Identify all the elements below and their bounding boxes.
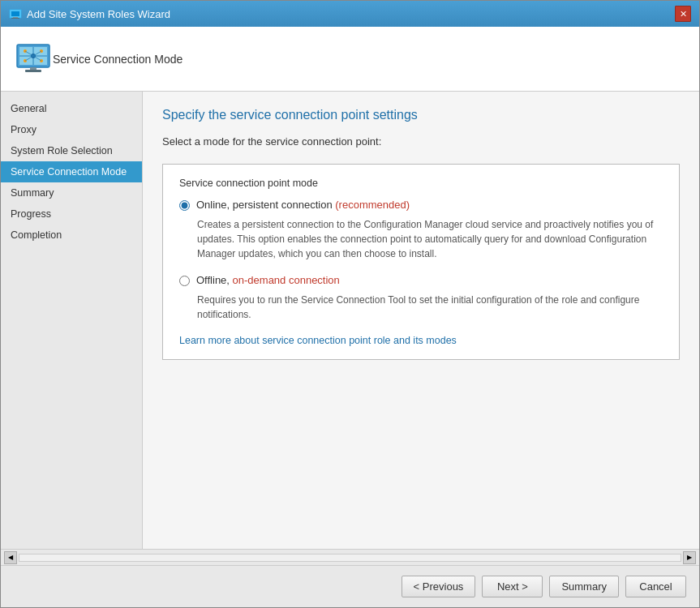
next-button[interactable]: Next >	[482, 576, 543, 597]
sidebar-item-summary[interactable]: Summary	[1, 182, 142, 203]
online-description: Creates a persistent connection to the C…	[197, 217, 663, 261]
main-section-title: Specify the service connection point set…	[162, 108, 680, 122]
online-recommended-text: (recommended)	[335, 199, 410, 211]
offline-radio-input[interactable]	[179, 276, 190, 286]
close-button[interactable]: ✕	[675, 6, 691, 22]
scroll-track[interactable]	[19, 554, 681, 562]
sidebar-item-system-role-selection[interactable]: System Role Selection	[1, 140, 142, 161]
footer: < Previous Next > Summary Cancel	[1, 565, 699, 607]
window-icon	[9, 7, 22, 20]
previous-button[interactable]: < Previous	[402, 576, 476, 597]
header-title: Service Connection Mode	[53, 53, 183, 66]
sidebar-item-general[interactable]: General	[1, 98, 142, 119]
options-box: Service connection point mode Online, pe…	[162, 164, 680, 360]
main-window: Add Site System Roles Wizard ✕ Ser	[0, 0, 700, 608]
cancel-button[interactable]: Cancel	[625, 576, 686, 597]
online-radio-label[interactable]: Online, persistent connection (recommend…	[196, 199, 410, 211]
header-icon	[14, 40, 53, 79]
horizontal-scrollbar: ◀ ▶	[1, 549, 699, 565]
offline-colored-text: on-demand connection	[233, 274, 340, 286]
summary-button[interactable]: Summary	[549, 576, 619, 597]
sidebar-item-progress[interactable]: Progress	[1, 203, 142, 225]
svg-rect-1	[11, 11, 19, 16]
sidebar-item-service-connection-mode[interactable]: Service Connection Mode	[1, 161, 142, 182]
scroll-left-arrow[interactable]: ◀	[4, 551, 17, 564]
sidebar-item-proxy[interactable]: Proxy	[1, 119, 142, 140]
learn-more-link[interactable]: Learn more about service connection poin…	[179, 335, 663, 346]
offline-description: Requires you to run the Service Connecti…	[197, 293, 663, 322]
options-box-title: Service connection point mode	[179, 178, 663, 189]
main-content-panel: Specify the service connection point set…	[143, 92, 699, 549]
select-mode-description: Select a mode for the service connection…	[162, 135, 680, 148]
svg-rect-14	[25, 70, 41, 72]
offline-radio-label[interactable]: Offline, on-demand connection	[196, 274, 340, 286]
title-bar-left: Add Site System Roles Wizard	[9, 7, 170, 20]
window-title: Add Site System Roles Wizard	[27, 8, 170, 20]
offline-option-row: Offline, on-demand connection	[179, 274, 663, 286]
online-radio-input[interactable]	[179, 200, 190, 211]
sidebar-item-completion[interactable]: Completion	[1, 225, 142, 246]
sidebar: General Proxy System Role Selection Serv…	[1, 92, 143, 549]
header-area: Service Connection Mode	[1, 27, 699, 92]
content-area: General Proxy System Role Selection Serv…	[1, 92, 699, 549]
title-bar: Add Site System Roles Wizard ✕	[1, 1, 699, 27]
svg-rect-3	[11, 18, 19, 19]
scroll-right-arrow[interactable]: ▶	[683, 551, 696, 564]
online-option-row: Online, persistent connection (recommend…	[179, 199, 663, 211]
